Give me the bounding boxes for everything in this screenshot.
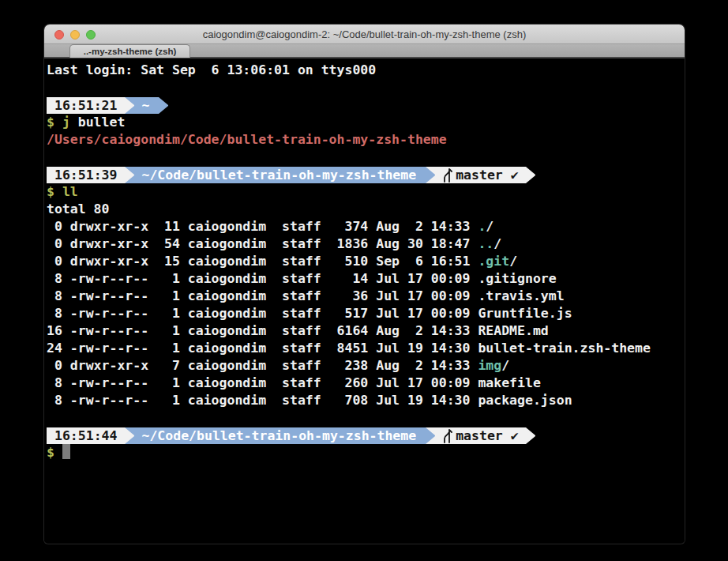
blank-line	[47, 409, 681, 427]
terminal-text: $	[47, 445, 54, 460]
terminal-line: 0 drwxr-xr-x 11 caiogondim staff 374 Aug…	[47, 218, 681, 235]
terminal-line: 0 drwxr-xr-x 15 caiogondim staff 510 Sep…	[47, 253, 681, 270]
powerline-arrow-icon	[426, 167, 435, 183]
terminal-line: 16 -rw-r--r-- 1 caiogondim staff 6164 Au…	[47, 322, 681, 340]
terminal-text: /Users/caiogondim/Code/bullet-train-oh-m…	[47, 132, 447, 147]
powerline-arrow-icon	[159, 97, 168, 114]
prompt-git-segment: master ✔	[435, 427, 525, 444]
prompt-time-segment: 16:51:44	[47, 427, 125, 444]
window-title: caiogondim@caiogondim-2: ~/Code/bullet-t…	[44, 24, 685, 44]
terminal-text: 0 drwxr-xr-x 11 caiogondim staff 374 Aug…	[47, 219, 478, 234]
terminal-text: README.md	[478, 323, 548, 338]
prompt-git-segment: master ✔	[435, 167, 525, 183]
terminal-text: .git	[478, 254, 509, 269]
prompt-directory-segment: ~/Code/bullet-train-oh-my-zsh-theme	[134, 427, 426, 444]
terminal-line: $	[47, 444, 681, 461]
git-branch-name: master	[456, 167, 511, 183]
git-clean-check-icon: ✔	[511, 427, 519, 444]
terminal-text	[54, 184, 62, 199]
terminal-text: ll	[62, 184, 78, 199]
terminal-text: 24 -rw-r--r-- 1 caiogondim staff 8451 Ju…	[47, 341, 478, 356]
terminal-text: 8 -rw-r--r-- 1 caiogondim staff 14 Jul 1…	[47, 271, 478, 286]
powerline-arrow-icon	[526, 167, 535, 183]
git-branch-name: master	[456, 427, 511, 444]
terminal-line: 24 -rw-r--r-- 1 caiogondim staff 8451 Ju…	[47, 340, 681, 357]
prompt-directory-segment: ~	[134, 97, 159, 114]
titlebar[interactable]: caiogondim@caiogondim-2: ~/Code/bullet-t…	[44, 24, 685, 44]
terminal-line: total 80	[47, 201, 681, 218]
terminal-line: 8 -rw-r--r-- 1 caiogondim staff 708 Jul …	[47, 392, 681, 409]
git-clean-check-icon: ✔	[511, 167, 519, 183]
terminal-text: img	[478, 358, 501, 373]
powerline-arrow-icon	[125, 427, 134, 444]
prompt-time-segment: 16:51:21	[47, 97, 125, 114]
terminal-text: .gitignore	[478, 271, 556, 286]
shell-prompt: 16:51:21~	[47, 96, 681, 114]
terminal-line: 8 -rw-r--r-- 1 caiogondim staff 14 Jul 1…	[47, 270, 681, 288]
shell-prompt: 16:51:39~/Code/bullet-train-oh-my-zsh-th…	[47, 166, 681, 183]
tab-bar: ..-my-zsh-theme (zsh)	[44, 44, 685, 58]
terminal-text: 0 drwxr-xr-x 54 caiogondim staff 1836 Au…	[47, 236, 478, 251]
terminal-line: /Users/caiogondim/Code/bullet-train-oh-m…	[47, 131, 681, 149]
terminal-line: 8 -rw-r--r-- 1 caiogondim staff 260 Jul …	[47, 375, 681, 392]
terminal-text: 0 drwxr-xr-x 7 caiogondim staff 238 Aug …	[47, 358, 478, 373]
terminal-text: 8 -rw-r--r-- 1 caiogondim staff 36 Jul 1…	[47, 288, 478, 303]
terminal-text: .travis.yml	[478, 288, 564, 303]
powerline-arrow-icon	[125, 167, 134, 183]
terminal-line: 0 drwxr-xr-x 54 caiogondim staff 1836 Au…	[47, 235, 681, 253]
prompt-directory-segment: ~/Code/bullet-train-oh-my-zsh-theme	[134, 167, 426, 183]
terminal-text: package.json	[478, 393, 572, 408]
terminal-text: /	[509, 254, 517, 269]
terminal-line: 8 -rw-r--r-- 1 caiogondim staff 517 Jul …	[47, 305, 681, 322]
terminal-text: /	[486, 219, 493, 234]
terminal-text: /	[501, 358, 509, 373]
tab-zsh[interactable]: ..-my-zsh-theme (zsh)	[69, 44, 190, 58]
terminal-text: 8 -rw-r--r-- 1 caiogondim staff 708 Jul …	[47, 393, 478, 408]
terminal-screen[interactable]: Last login: Sat Sep 6 13:06:01 on ttys00…	[44, 58, 685, 542]
terminal-text: 0 drwxr-xr-x 15 caiogondim staff 510 Sep…	[47, 254, 478, 269]
terminal-text: j	[62, 115, 70, 130]
git-branch-icon	[441, 168, 452, 183]
terminal-cursor[interactable]	[62, 444, 70, 459]
terminal-text: total 80	[47, 201, 109, 216]
powerline-arrow-icon	[426, 427, 435, 444]
terminal-text: Gruntfile.js	[478, 306, 572, 321]
terminal-text: 16 -rw-r--r-- 1 caiogondim staff 6164 Au…	[47, 323, 478, 338]
terminal-text: /	[493, 236, 501, 251]
terminal-window: caiogondim@caiogondim-2: ~/Code/bullet-t…	[44, 24, 685, 544]
powerline-arrow-icon	[526, 427, 535, 444]
terminal-text	[54, 445, 62, 460]
prompt-time-segment: 16:51:39	[47, 167, 125, 183]
terminal-line: 8 -rw-r--r-- 1 caiogondim staff 36 Jul 1…	[47, 288, 681, 305]
terminal-text: Last login: Sat Sep 6 13:06:01 on ttys00…	[47, 62, 376, 77]
blank-line	[47, 149, 681, 166]
terminal-text: ..	[478, 236, 493, 251]
terminal-line: $ j bullet	[47, 114, 681, 131]
terminal-text: bullet-train.zsh-theme	[478, 341, 651, 356]
blank-line	[47, 79, 681, 96]
terminal-text: $	[47, 184, 54, 199]
powerline-arrow-icon	[125, 97, 134, 114]
terminal-line: 0 drwxr-xr-x 7 caiogondim staff 238 Aug …	[47, 357, 681, 375]
terminal-text: 8 -rw-r--r-- 1 caiogondim staff 517 Jul …	[47, 306, 478, 321]
terminal-text: makefile	[478, 375, 540, 390]
shell-prompt: 16:51:44~/Code/bullet-train-oh-my-zsh-th…	[47, 427, 681, 444]
terminal-line: Last login: Sat Sep 6 13:06:01 on ttys00…	[47, 62, 681, 79]
git-branch-icon	[441, 428, 452, 443]
terminal-text: .	[478, 219, 486, 234]
terminal-line: $ ll	[47, 183, 681, 201]
terminal-text	[54, 115, 62, 130]
terminal-text: 8 -rw-r--r-- 1 caiogondim staff 260 Jul …	[47, 375, 478, 390]
terminal-text: $	[47, 115, 54, 130]
terminal-text: bullet	[70, 115, 126, 130]
